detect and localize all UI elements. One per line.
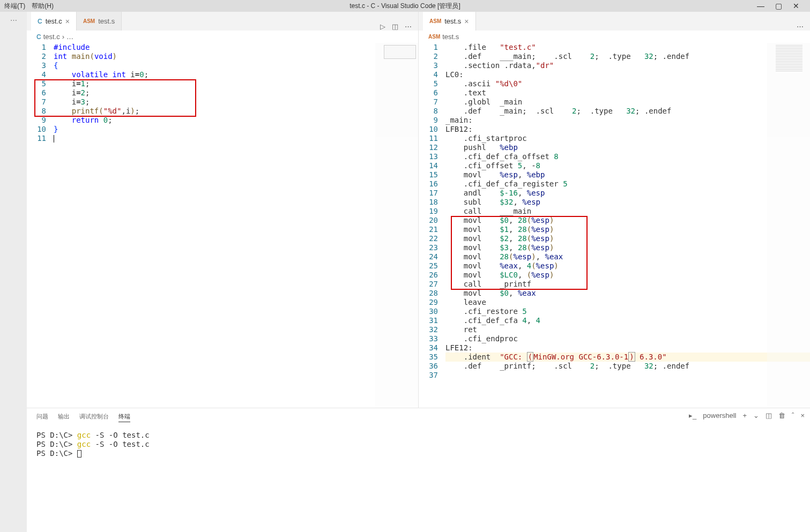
chevron-up-icon[interactable]: ˆ bbox=[792, 411, 794, 419]
close-icon[interactable]: × bbox=[464, 17, 469, 26]
breadcrumb-item: test.s bbox=[442, 33, 459, 41]
code-editor-left[interactable]: 1234567891011 #include int main(void){ v… bbox=[27, 43, 418, 408]
minimap[interactable] bbox=[375, 43, 418, 408]
code-content[interactable]: .file "test.c" .def ___main; .scl 2; .ty… bbox=[445, 43, 810, 408]
activity-bar: ⋯ bbox=[0, 12, 27, 532]
maximize-icon[interactable]: ▢ bbox=[775, 2, 782, 10]
c-file-icon: C bbox=[36, 33, 41, 41]
title-bar: 终端(T) 帮助(H) test.c - C - Visual Studio C… bbox=[0, 0, 810, 12]
tab-test-s-right[interactable]: ASM test.s × bbox=[423, 12, 476, 31]
bottom-panel: 问题 输出 调试控制台 终端 ▸_ powershell + ⌄ ◫ 🗑 ˆ ×… bbox=[27, 408, 810, 532]
tab-bar-right: ASM test.s × ⋯ bbox=[419, 12, 810, 31]
split-terminal-icon[interactable]: ◫ bbox=[766, 411, 772, 419]
close-icon[interactable]: × bbox=[65, 17, 70, 26]
chevron-down-icon[interactable]: ⌄ bbox=[753, 411, 759, 419]
tab-test-s[interactable]: ASM test.s bbox=[77, 12, 122, 31]
breadcrumb[interactable]: C test.c › … bbox=[27, 31, 418, 43]
tab-label: test.s bbox=[444, 17, 461, 25]
close-panel-icon[interactable]: × bbox=[800, 411, 805, 419]
panel-tab-output[interactable]: 输出 bbox=[58, 413, 70, 422]
asm-file-icon: ASM bbox=[83, 18, 95, 24]
more-icon[interactable]: ⋯ bbox=[797, 23, 804, 31]
gutter: 1234567891011121314151617181920212223242… bbox=[419, 43, 445, 408]
ellipsis-icon: … bbox=[66, 33, 73, 41]
panel-tab-problems[interactable]: 问题 bbox=[36, 413, 48, 422]
trash-icon[interactable]: 🗑 bbox=[778, 411, 785, 419]
minimize-icon[interactable]: — bbox=[757, 2, 764, 10]
new-terminal-icon[interactable]: + bbox=[742, 411, 747, 419]
breadcrumb-item: test.c bbox=[43, 33, 60, 41]
panel-tab-terminal[interactable]: 终端 bbox=[118, 413, 130, 422]
editor-group-right: ASM test.s × ⋯ ASM test.s 12345678910111… bbox=[419, 12, 810, 408]
asm-file-icon: ASM bbox=[429, 18, 441, 24]
shell-label[interactable]: powershell bbox=[703, 411, 736, 419]
terminal-content[interactable]: PS D:\C> gcc -S -O test.cPS D:\C> gcc -S… bbox=[27, 426, 810, 532]
gutter: 1234567891011 bbox=[27, 43, 54, 408]
more-icon[interactable]: ⋯ bbox=[10, 16, 17, 24]
menu-help[interactable]: 帮助(H) bbox=[32, 2, 54, 11]
editor-group-left: C test.c × ASM test.s ▷ ◫ ⋯ C test.c › …… bbox=[27, 12, 419, 408]
minimap[interactable] bbox=[767, 43, 810, 408]
tab-bar-left: C test.c × ASM test.s ▷ ◫ ⋯ bbox=[27, 12, 418, 31]
run-icon[interactable]: ▷ bbox=[380, 23, 385, 31]
tab-label: test.s bbox=[98, 17, 115, 25]
editor-area: C test.c × ASM test.s ▷ ◫ ⋯ C test.c › …… bbox=[27, 12, 810, 408]
code-editor-right[interactable]: 1234567891011121314151617181920212223242… bbox=[419, 43, 810, 408]
c-file-icon: C bbox=[38, 18, 42, 25]
close-icon[interactable]: ✕ bbox=[793, 2, 799, 10]
asm-file-icon: ASM bbox=[428, 34, 440, 40]
tab-label: test.c bbox=[46, 17, 62, 25]
split-icon[interactable]: ◫ bbox=[392, 23, 398, 31]
tab-test-c[interactable]: C test.c × bbox=[31, 12, 77, 31]
code-content[interactable]: #include int main(void){ volatile int i=… bbox=[54, 43, 418, 408]
breadcrumb[interactable]: ASM test.s bbox=[419, 31, 810, 43]
chevron-right-icon: › bbox=[62, 33, 64, 41]
menu-terminal[interactable]: 终端(T) bbox=[4, 2, 25, 11]
window-title: test.c - C - Visual Studio Code [管理员] bbox=[350, 2, 460, 11]
terminal-icon: ▸_ bbox=[689, 411, 696, 419]
panel-tab-debug[interactable]: 调试控制台 bbox=[79, 413, 109, 422]
panel-actions: ▸_ powershell + ⌄ ◫ 🗑 ˆ × bbox=[689, 411, 805, 419]
more-icon[interactable]: ⋯ bbox=[405, 23, 412, 31]
